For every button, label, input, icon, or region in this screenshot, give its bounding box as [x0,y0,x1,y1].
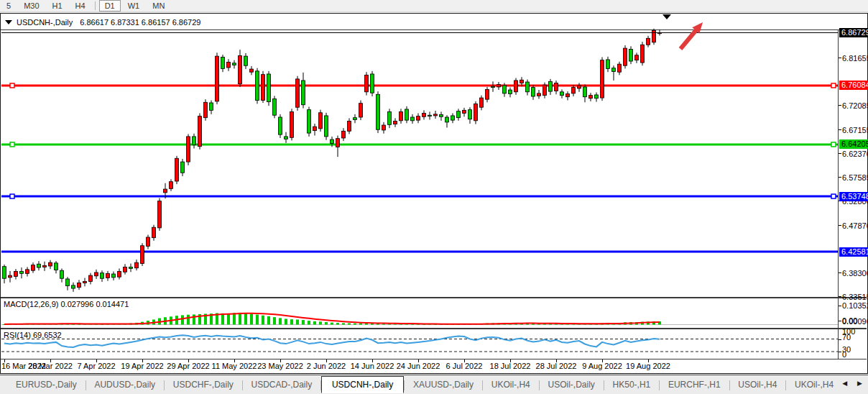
indicator-axis-tick [839,321,841,321]
tab-usdcnh-daily[interactable]: USDCNH-,Daily [321,376,404,393]
tab-ukoil-h4[interactable]: UKOil-,H4 [483,377,539,392]
rsi-axis-label: 70 [842,333,851,342]
price-axis-tick [839,129,841,130]
line-price-badge: 6.64205 [839,139,868,149]
tab-usdchf-daily[interactable]: USDCHF-,Daily [165,377,242,392]
chart-title-ohlc-values: 6.86617 6.87331 6.86157 6.86729 [80,18,200,27]
macd-axis-label: 0.0009609 [842,317,868,326]
tab-scroll-right-button[interactable]: ▶ [857,380,862,387]
timeframe-button-H1[interactable]: H1 [47,0,68,12]
macd-label: MACD(12,26,9) 0.027996 0.014471 [4,300,129,308]
timeframe-button-H4[interactable]: H4 [70,0,91,12]
price-axis-label: 6.38300 [842,269,868,278]
toolbar-separator [95,1,96,10]
price-axis-tick [839,58,841,58]
indicator-axis-tick [839,352,841,352]
price-axis-label: 6.57585 [842,173,868,182]
tab-usoil-daily[interactable]: USOil-,Daily [539,377,603,392]
date-axis-label: 28 Jul 2022 [536,362,577,370]
date-axis-label: 2 Jun 2022 [307,362,346,370]
price-axis-tick [839,153,841,154]
timeframe-button-D1[interactable]: D1 [99,0,121,12]
indicator-axis-tick [839,339,841,340]
price-axis-label: 6.47870 [842,221,868,230]
tab-usoil-h4[interactable]: USOil-,H4 [729,377,785,392]
line-price-badge: 6.42581 [839,247,868,257]
price-axis-tick [839,296,841,297]
date-axis-label: 19 Apr 2022 [121,362,163,370]
price-axis-tick [839,225,841,226]
price-axis-label: 6.81655 [842,54,868,63]
tab-hk50-h1[interactable]: HK50-,H1 [604,377,660,392]
timeframe-button-MN[interactable]: MN [147,0,170,12]
price-axis-tick [839,272,841,273]
rsi-label: RSI(14) 69.6532 [4,331,62,339]
timeframe-button-5[interactable]: 5 [1,0,17,12]
tab-eurusd-daily[interactable]: EURUSD-,Daily [7,377,86,392]
price-axis-label: 6.62370 [842,150,868,158]
chart-menu-caret-icon[interactable] [5,20,12,24]
price-axis-label: 6.67155 [842,126,868,134]
chart-title-row: USDCNH-,Daily 6.86617 6.87331 6.86157 6.… [1,15,200,29]
line-price-badge: 6.53748 [839,192,868,201]
tab-scroll-left-button[interactable]: ◀ [842,380,847,387]
date-axis-label: 14 Jun 2022 [351,362,394,370]
current-price-badge: 6.86729 [839,28,868,37]
price-axis-label: 6.33515 [842,293,868,301]
date-axis-label: 9 Aug 2022 [582,362,622,370]
price-axis-tick [839,105,841,106]
date-axis-label: 6 Jul 2022 [446,362,483,370]
timeframe-button-W1[interactable]: W1 [122,0,146,12]
date-axis-label: 18 Jul 2022 [490,362,531,370]
date-axis-label: 29 Apr 2022 [167,362,209,370]
chart-title-symbol: USDCNH-,Daily [17,18,73,27]
symbol-tabbar: EURUSD-,DailyAUDUSD-,DailyUSDCHF-,DailyU… [0,375,868,394]
date-axis-label: 28 Mar 2022 [28,362,73,370]
indicator-axis-tick [839,306,841,306]
date-axis-label: 23 May 2022 [257,362,303,370]
timeframe-button-M30[interactable]: M30 [18,0,45,12]
price-axis-label: 6.72085 [842,101,868,110]
tab-ukoil-h4[interactable]: UKOil-,H4 [786,377,842,392]
date-axis-label: 19 Aug 2022 [626,362,670,370]
chart-window: USDCNH-,Daily 6.86617 6.87331 6.86157 6.… [0,13,868,374]
macd-axis-label: 0.10352 [842,301,868,310]
date-axis-label: 24 Jun 2022 [397,362,440,370]
tab-audusd-daily[interactable]: AUDUSD-,Daily [86,377,164,392]
tab-scroll-buttons: ◀▶ [842,380,862,387]
tab-usdcad-daily[interactable]: USDCAD-,Daily [243,377,321,392]
line-price-badge: 6.76084 [839,81,868,90]
tab-eurchf-h1[interactable]: EURCHF-,H1 [660,377,729,392]
date-axis-label: 11 May 2022 [212,362,257,370]
date-axis-label: 7 Apr 2022 [77,362,115,370]
rsi-axis-label: 0 [842,350,846,359]
timeframe-toolbar: 5M30H1H4D1W1MN [0,0,868,12]
tab-xauusd-daily[interactable]: XAUUSD-,Daily [405,377,482,392]
price-axis-tick [839,177,841,178]
